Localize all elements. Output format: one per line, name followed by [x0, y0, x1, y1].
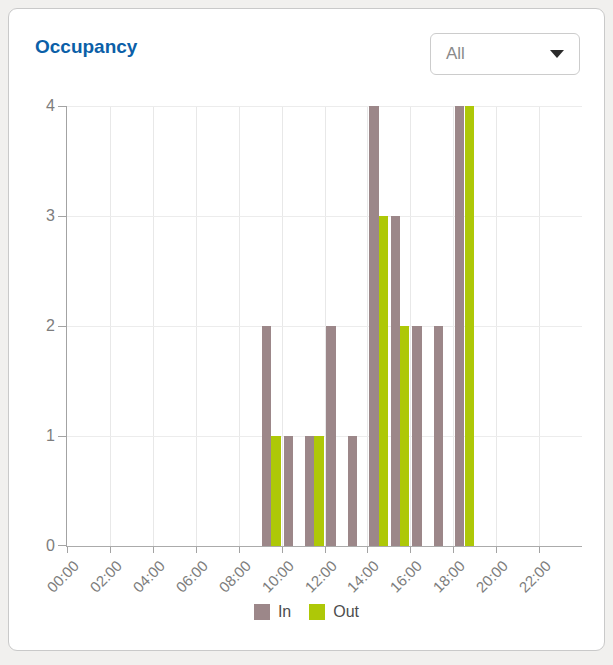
y-axis-tick — [58, 545, 66, 546]
y-axis-tick — [58, 326, 66, 327]
gridline-horizontal — [67, 216, 582, 217]
filter-dropdown-value: All — [446, 44, 465, 64]
y-axis-tick — [58, 436, 66, 437]
y-axis-tick-label: 3 — [9, 207, 55, 225]
bar-out — [314, 436, 323, 546]
bar-in — [284, 436, 293, 546]
y-axis-tick-label: 0 — [9, 537, 55, 555]
bar-in — [305, 436, 314, 546]
x-axis-labels: 00:0002:0004:0006:0008:0010:0012:0014:00… — [66, 547, 581, 605]
bar-out — [465, 106, 474, 546]
legend-label-in: In — [278, 603, 291, 621]
plot-area — [66, 106, 582, 547]
bar-in — [434, 326, 443, 546]
bar-out — [271, 436, 280, 546]
y-axis-tick-label: 2 — [9, 317, 55, 335]
legend-item-out: Out — [309, 603, 359, 621]
bar-in — [348, 436, 357, 546]
chart-legend: In Out — [9, 603, 604, 621]
y-axis-tick-label: 4 — [9, 97, 55, 115]
in-series-swatch — [254, 604, 270, 620]
bar-out — [400, 326, 409, 546]
gridline-horizontal — [67, 436, 582, 437]
gridline-horizontal — [67, 326, 582, 327]
y-axis-labels: 01234 — [9, 106, 55, 546]
out-series-swatch — [309, 604, 325, 620]
bar-in — [391, 216, 400, 546]
chevron-down-icon — [550, 50, 564, 58]
legend-label-out: Out — [333, 603, 359, 621]
y-axis-tick — [58, 106, 66, 107]
bar-out — [379, 216, 388, 546]
occupancy-card: Occupancy All 01234 00:0002:0004:0006:00… — [8, 8, 605, 651]
bar-in — [326, 326, 335, 546]
page-title: Occupancy — [35, 36, 137, 58]
gridline-horizontal — [67, 106, 582, 107]
bar-in — [369, 106, 378, 546]
bar-in — [455, 106, 464, 546]
filter-dropdown[interactable]: All — [430, 33, 580, 75]
y-axis-tick-label: 1 — [9, 427, 55, 445]
legend-item-in: In — [254, 603, 291, 621]
bar-in — [262, 326, 271, 546]
y-axis-tick — [58, 216, 66, 217]
bar-in — [412, 326, 421, 546]
